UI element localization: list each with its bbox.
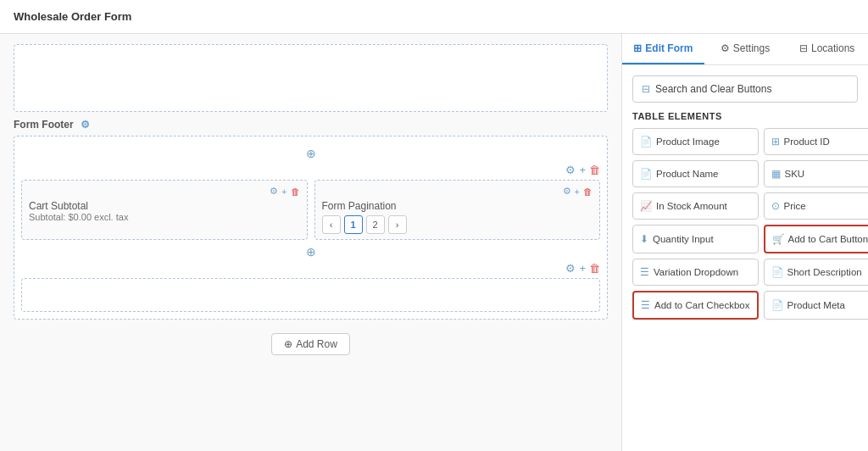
cart-icon: 🛒 [772,233,784,245]
page-1-btn[interactable]: 1 [344,215,363,234]
variation-icon: ☰ [640,266,649,278]
cart-subtotal-col: ⚙ + 🗑 Cart Subtotal Subtotal: $0.00 excl… [21,180,308,240]
row-controls-bottom: ⚙ + 🗑 [21,262,600,275]
main-layout: Form Footer ⚙ ⊕ ⚙ + 🗑 ⚙ + 🗑 [0,34,868,451]
col1-gear-icon[interactable]: ⚙ [270,186,278,197]
pagination-controls: ‹ 1 2 › [322,215,593,234]
add-above-icon[interactable]: ⊕ [21,147,600,160]
canvas-area: Form Footer ⚙ ⊕ ⚙ + 🗑 ⚙ + 🗑 [0,34,622,451]
row-add-icon-2[interactable]: + [579,262,586,275]
stock-icon: 📈 [640,200,652,212]
prev-page-btn[interactable]: ‹ [322,215,341,234]
tab-locations[interactable]: ⊟ Locations [786,34,868,64]
element-add-to-cart-checkbox[interactable]: ☰ Add to Cart Checkbox [632,291,759,320]
element-product-image[interactable]: 📄 Product Image [632,128,759,155]
elements-grid: 📄 Product Image ⊞ Product ID 📄 Product N… [632,128,858,320]
element-quantity-input[interactable]: ⬇ Quantity Input [632,225,759,253]
row-add-icon[interactable]: + [579,164,586,176]
app-title: Wholesale Order Form [14,10,131,23]
subtotal-label: Cart Subtotal [29,200,300,212]
form-pagination-col: ⚙ + 🗑 Form Pagination ‹ 1 2 › [314,180,601,240]
element-product-name[interactable]: 📄 Product Name [632,160,759,187]
row-gear-icon[interactable]: ⚙ [565,164,576,176]
tab-edit-form[interactable]: ⊞ Edit Form [622,34,704,64]
product-image-icon: 📄 [640,136,652,148]
sku-icon: ▦ [771,168,781,180]
add-row-container: ⊕ Add Row [14,326,608,355]
add-row-icon: ⊕ [284,338,292,350]
columns-row: ⚙ + 🗑 Cart Subtotal Subtotal: $0.00 excl… [21,180,600,240]
price-icon: ⊙ [771,200,780,212]
app-header: Wholesale Order Form [0,0,868,34]
quantity-icon: ⬇ [640,233,648,245]
checkbox-icon: ☰ [641,299,650,311]
col2-add-icon[interactable]: + [575,187,580,197]
element-add-to-cart[interactable]: 🛒 Add to Cart Button [764,225,868,253]
element-stock-amount[interactable]: 📈 In Stock Amount [632,192,759,220]
search-clear-button[interactable]: ⊟ Search and Clear Buttons [632,75,858,103]
element-product-meta[interactable]: 📄 Product Meta [764,291,868,320]
element-short-description[interactable]: 📄 Short Description [764,259,868,286]
search-clear-icon: ⊟ [642,83,650,95]
edit-form-icon: ⊞ [633,42,642,54]
element-sku[interactable]: ▦ SKU [764,160,868,187]
meta-icon: 📄 [771,299,783,311]
short-desc-icon: 📄 [771,266,783,278]
tab-settings[interactable]: ⚙ Settings [704,34,787,64]
col2-gear-icon[interactable]: ⚙ [563,186,571,197]
row-controls-top: ⚙ + 🗑 [21,164,600,176]
col1-delete-icon[interactable]: 🗑 [291,187,300,197]
empty-row [21,278,600,312]
gear-icon[interactable]: ⚙ [81,119,90,131]
element-price[interactable]: ⊙ Price [764,192,868,220]
locations-icon: ⊟ [799,42,808,54]
right-panel: ⊞ Edit Form ⚙ Settings ⊟ Locations ⊟ Sea… [622,34,868,451]
add-below-icon[interactable]: ⊕ [21,245,600,259]
page-2-btn[interactable]: 2 [366,215,385,234]
table-elements-heading: TABLE ELEMENTS [632,111,858,121]
row-delete-icon-2[interactable]: 🗑 [589,262,600,275]
element-variation-dropdown[interactable]: ☰ Variation Dropdown [632,259,759,286]
next-page-btn[interactable]: › [388,215,407,234]
row-gear-icon-2[interactable]: ⚙ [565,262,576,275]
panel-content: ⊟ Search and Clear Buttons TABLE ELEMENT… [622,65,868,330]
panel-tabs: ⊞ Edit Form ⚙ Settings ⊟ Locations [622,34,868,65]
form-footer-label: Form Footer ⚙ [14,119,608,131]
col2-delete-icon[interactable]: 🗑 [583,187,593,197]
col2-header: ⚙ + 🗑 [322,186,593,197]
col1-header: ⚙ + 🗑 [29,186,300,197]
row-delete-icon[interactable]: 🗑 [589,164,600,176]
col1-add-icon[interactable]: + [281,187,287,197]
product-id-icon: ⊞ [771,136,780,148]
form-footer-container: ⊕ ⚙ + 🗑 ⚙ + 🗑 Cart Subtotal Subtotal: $0 [14,136,608,320]
pagination-label: Form Pagination [322,200,593,212]
top-empty-section [14,44,608,112]
add-row-button[interactable]: ⊕ Add Row [271,333,350,355]
settings-icon: ⚙ [721,42,730,54]
element-product-id[interactable]: ⊞ Product ID [764,128,868,155]
subtotal-value: Subtotal: $0.00 excl. tax [29,212,300,222]
product-name-icon: 📄 [640,168,652,180]
